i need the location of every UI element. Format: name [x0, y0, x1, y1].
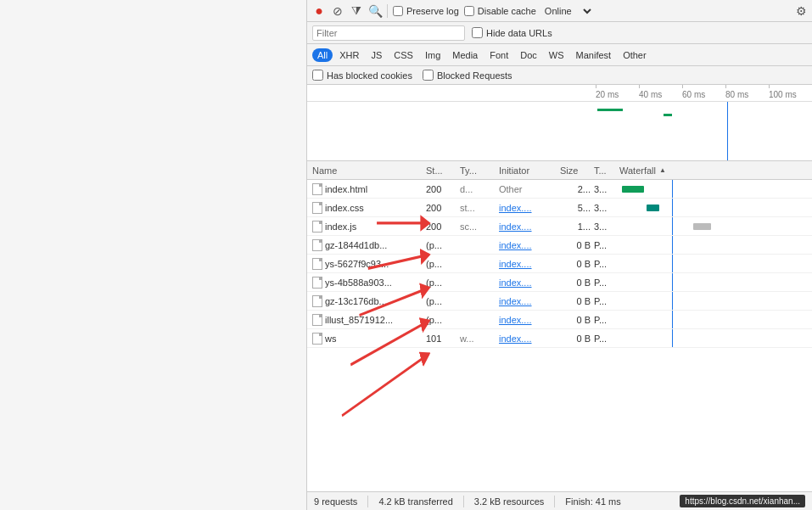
ruler-mark-60: 60 ms — [682, 85, 725, 99]
type-btn-img[interactable]: Img — [420, 48, 445, 62]
row-name-6: gz-13c176db... — [325, 296, 387, 306]
row-name-7: illust_8571912... — [325, 315, 393, 325]
cell-initiator-3[interactable]: index.... — [499, 240, 560, 250]
table-row[interactable]: ys-5627f9c93... (p... index.... 0 B P... — [307, 255, 812, 273]
row-name-2: index.js — [325, 221, 356, 232]
main-layout: ● ⊘ ⧩ 🔍 Preserve log Disable cache Onlin… — [0, 0, 812, 510]
timeline-bars — [596, 102, 812, 160]
cell-type-1: st... — [460, 203, 499, 213]
header-initiator[interactable]: Initiator — [499, 165, 560, 176]
cell-initiator-1[interactable]: index.... — [499, 203, 560, 213]
toolbar-divider-1 — [387, 4, 388, 18]
cell-time-2: 3... — [594, 221, 619, 232]
cell-time-3: P... — [594, 240, 619, 250]
cell-name-6: gz-13c176db... — [307, 295, 426, 307]
ruler-label-20: 20 ms — [596, 90, 619, 99]
blocked-cookies-label: Has blocked cookies — [327, 70, 412, 81]
filter-icon[interactable]: ⧩ — [350, 4, 363, 18]
cell-initiator-4[interactable]: index.... — [499, 259, 560, 269]
status-overlay: https://blog.csdn.net/xianhan... — [680, 495, 805, 507]
finish-time: Finish: 41 ms — [565, 496, 620, 507]
type-btn-manifest[interactable]: Manifest — [571, 48, 617, 62]
cell-initiator-6[interactable]: index.... — [499, 296, 560, 306]
cell-size-2: 1... — [560, 221, 594, 232]
table-row[interactable]: gz-1844d1db... (p... index.... 0 B P... — [307, 236, 812, 255]
type-btn-xhr[interactable]: XHR — [334, 48, 364, 62]
cell-type-2: sc... — [460, 221, 499, 232]
cell-waterfall-0 — [619, 180, 812, 198]
preserve-log-checkbox[interactable] — [393, 6, 403, 16]
file-icon-1 — [312, 202, 322, 214]
preserve-log-group[interactable]: Preserve log — [393, 6, 459, 16]
waterfall-blue-line-7 — [672, 311, 673, 328]
ruler-label-60: 60 ms — [682, 90, 705, 99]
type-btn-js[interactable]: JS — [366, 48, 387, 62]
record-button[interactable]: ● — [312, 4, 326, 18]
cell-waterfall-3 — [619, 236, 812, 254]
waterfall-blue-line-5 — [672, 273, 673, 291]
table-row[interactable]: ys-4b588a903... (p... index.... 0 B P... — [307, 273, 812, 292]
cell-name-0: index.html — [307, 183, 426, 195]
header-status[interactable]: St... — [426, 165, 460, 176]
file-icon-8 — [312, 333, 322, 345]
type-btn-css[interactable]: CSS — [389, 48, 418, 62]
row-name-1: index.css — [325, 203, 364, 213]
blocked-requests-group[interactable]: Blocked Requests — [423, 70, 512, 81]
search-icon[interactable]: 🔍 — [368, 4, 382, 18]
cell-status-7: (p... — [426, 315, 460, 325]
cell-status-5: (p... — [426, 277, 460, 288]
transferred-size: 4.2 kB transferred — [378, 496, 452, 507]
table-row[interactable]: ws 101 w... index.... 0 B P... — [307, 329, 812, 348]
disable-cache-checkbox[interactable] — [464, 6, 474, 16]
cell-name-5: ys-4b588a903... — [307, 277, 426, 289]
filter-input[interactable] — [312, 25, 465, 41]
disable-cache-group[interactable]: Disable cache — [464, 6, 536, 16]
throttle-select[interactable]: Online Fast 3G Slow 3G Offline — [541, 5, 594, 17]
type-btn-font[interactable]: Font — [484, 48, 513, 62]
ruler-label-100: 100 ms — [769, 90, 797, 99]
cell-initiator-5[interactable]: index.... — [499, 277, 560, 288]
type-btn-all[interactable]: All — [312, 48, 333, 62]
hide-data-urls-checkbox[interactable] — [472, 27, 483, 38]
table-row[interactable]: index.css 200 st... index.... 5... 3... — [307, 199, 812, 217]
file-icon-5 — [312, 277, 322, 289]
header-size[interactable]: Size — [560, 165, 594, 176]
header-time[interactable]: T... — [594, 165, 619, 176]
table-row[interactable]: index.html 200 d... Other 2... 3... — [307, 180, 812, 199]
table-header: Name St... Ty... Initiator Size T... — [307, 161, 812, 180]
type-btn-ws[interactable]: WS — [544, 48, 569, 62]
blocked-requests-checkbox[interactable] — [423, 70, 434, 81]
cell-name-1: index.css — [307, 202, 426, 214]
ruler-mark-20: 20 ms — [596, 85, 639, 99]
cell-waterfall-2 — [619, 217, 812, 235]
blocked-cookies-checkbox[interactable] — [312, 70, 323, 81]
type-btn-other[interactable]: Other — [618, 48, 652, 62]
waterfall-blue-line-2 — [672, 217, 673, 235]
cell-initiator-2[interactable]: index.... — [499, 221, 560, 232]
file-icon-3 — [312, 239, 322, 251]
blocked-cookies-group[interactable]: Has blocked cookies — [312, 70, 412, 81]
row-name-0: index.html — [325, 184, 367, 194]
settings-icon[interactable]: ⚙ — [796, 4, 807, 18]
clear-button[interactable]: ⊘ — [331, 4, 344, 18]
header-type[interactable]: Ty... — [460, 165, 499, 176]
header-name[interactable]: Name — [307, 165, 426, 176]
cell-size-6: 0 B — [560, 296, 594, 306]
timeline-area: 20 ms 40 ms 60 ms 80 ms 100 ms — [307, 85, 812, 161]
cell-status-6: (p... — [426, 296, 460, 306]
type-btn-media[interactable]: Media — [447, 48, 483, 62]
table-row[interactable]: illust_8571912... (p... index.... 0 B P.… — [307, 311, 812, 329]
network-table[interactable]: index.html 200 d... Other 2... 3... inde… — [307, 180, 812, 491]
hide-data-urls-group[interactable]: Hide data URLs — [472, 27, 552, 38]
table-row[interactable]: index.js 200 sc... index.... 1... 3... — [307, 217, 812, 236]
cell-size-4: 0 B — [560, 259, 594, 269]
header-waterfall[interactable]: Waterfall ▲ — [619, 165, 812, 176]
cell-initiator-7[interactable]: index.... — [499, 315, 560, 325]
type-btn-doc[interactable]: Doc — [515, 48, 542, 62]
cell-type-8: w... — [460, 333, 499, 344]
ruler-tick-80 — [725, 85, 726, 88]
table-row[interactable]: gz-13c176db... (p... index.... 0 B P... — [307, 292, 812, 311]
status-sep-1 — [367, 496, 368, 507]
cell-initiator-8[interactable]: index.... — [499, 333, 560, 344]
cell-waterfall-7 — [619, 311, 812, 328]
